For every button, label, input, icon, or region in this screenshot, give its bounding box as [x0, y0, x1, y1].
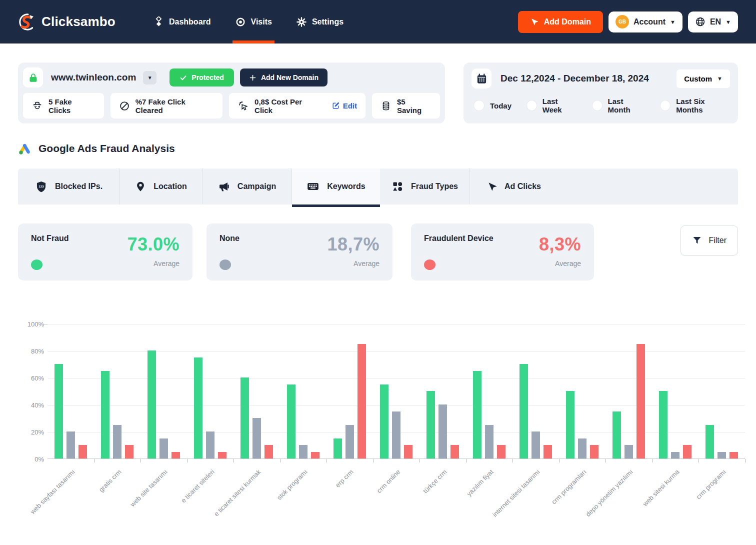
stat-label: %7 Fake Click Cleared: [136, 98, 214, 114]
shapes-icon: [392, 180, 404, 192]
lock-tile: [23, 68, 43, 88]
chevron-down-icon: ▼: [717, 76, 722, 82]
radio-last-six-months[interactable]: Last Six Months: [660, 97, 730, 114]
edit-cost-button[interactable]: Edit: [332, 102, 357, 110]
bar-group: [606, 324, 652, 458]
radio-today[interactable]: Today: [474, 100, 512, 111]
protected-button[interactable]: Protected: [170, 68, 234, 86]
summary-value: 73.0%: [127, 234, 180, 255]
tab-label: Ad Clicks: [504, 182, 541, 191]
bar-not-fraud: [194, 358, 202, 459]
bar-none: [206, 432, 214, 458]
x-axis-label: web sitesi kurma: [598, 468, 680, 545]
bar-group: [326, 324, 373, 458]
y-axis-notch: [44, 324, 48, 324]
green-dot-icon: [31, 260, 42, 270]
tab-label: Campaign: [238, 182, 276, 191]
x-axis-tick: [698, 459, 699, 462]
x-axis-label: e ticaret siteleri: [132, 468, 216, 545]
stat-label: 5 Fake Clicks: [48, 98, 96, 114]
radio-circle[interactable]: [474, 100, 484, 111]
add-new-domain-button[interactable]: Add New Domain: [240, 68, 328, 86]
map-pin-icon: [135, 181, 146, 192]
brand[interactable]: Clicksambo: [18, 0, 116, 44]
x-axis-label: internet sitesi tasarımı: [458, 468, 541, 545]
radio-circle[interactable]: [660, 100, 670, 111]
bar-group: [652, 324, 698, 458]
bar-group: [94, 324, 140, 458]
x-axis-tick: [280, 459, 280, 462]
x-axis-label: web sayfası tasarımı: [0, 468, 76, 545]
nav-item-settings[interactable]: Settings: [284, 0, 356, 44]
tab-location[interactable]: Location: [120, 168, 202, 204]
radio-label: Last Month: [608, 97, 646, 114]
summary-card-none: None 18,7% Average: [206, 224, 392, 280]
tab-label: Keywords: [327, 182, 365, 191]
radio-last-week[interactable]: Last Week: [526, 97, 577, 114]
account-menu[interactable]: GB Account ▼: [608, 12, 682, 32]
domain-dropdown-button[interactable]: ▼: [143, 71, 156, 84]
megaphone-icon: [218, 180, 230, 192]
bar-fraudulent-device: [358, 344, 366, 459]
cursor-arrow-icon: [486, 182, 497, 192]
tab-blocked-ips[interactable]: 123 Blocked IPs.: [18, 168, 120, 204]
summary-caption: Average: [555, 260, 581, 268]
tab-label: Fraud Types: [411, 182, 458, 191]
bar-fraudulent-device: [172, 452, 180, 459]
bar-group: [234, 324, 280, 458]
y-axis-tick-label: 40%: [31, 402, 44, 409]
filter-button[interactable]: Filter: [680, 226, 738, 256]
lock-icon: [28, 72, 38, 83]
radio-last-month[interactable]: Last Month: [592, 97, 646, 114]
edit-pencil-icon: [332, 102, 340, 110]
date-range-panel: Dec 12,2024 - December 18, 2024 Custom ▼…: [464, 62, 738, 124]
date-preset-dropdown[interactable]: Custom ▼: [676, 70, 730, 88]
bandit-icon: [32, 100, 43, 112]
x-axis-label: crm online: [318, 468, 402, 545]
bar-group: [373, 324, 420, 458]
bar-group: [48, 324, 94, 458]
tab-label: Blocked IPs.: [55, 182, 102, 191]
bar-fraudulent-device: [544, 445, 552, 458]
radio-circle[interactable]: [592, 100, 602, 111]
bar-not-fraud: [287, 384, 296, 459]
analysis-tabbar: 123 Blocked IPs. Location Campaign: [18, 168, 738, 204]
summary-card-not-fraud: Not Fraud 73.0% Average: [18, 224, 192, 280]
eye-icon: [235, 16, 246, 28]
add-domain-button[interactable]: Add Domain: [518, 11, 603, 33]
shield-123-icon: 123: [35, 180, 48, 193]
chart-y-axis: 100%80%60%40%20%0%: [20, 324, 44, 459]
tab-campaign[interactable]: Campaign: [202, 168, 292, 204]
bar-not-fraud: [101, 371, 110, 459]
summary-card-fraudulent-device: Fraudulent Device 8,3% Average: [411, 224, 594, 280]
language-menu[interactable]: EN ▼: [688, 12, 738, 32]
protected-label: Protected: [192, 74, 224, 82]
bar-none: [113, 425, 122, 459]
radio-circle[interactable]: [526, 100, 537, 111]
y-axis-tick-label: 100%: [28, 320, 44, 328]
nav-item-visits[interactable]: Visits: [223, 0, 284, 44]
bar-none: [160, 438, 168, 459]
tab-keywords[interactable]: Keywords: [292, 168, 380, 204]
stat-label: $5 Saving: [397, 98, 432, 114]
summary-label: Not Fraud: [31, 234, 69, 243]
gray-dot-icon: [220, 260, 231, 270]
cursor-icon: [530, 18, 539, 26]
tab-ad-clicks[interactable]: Ad Clicks: [470, 168, 558, 204]
add-domain-label: Add Domain: [544, 18, 591, 26]
x-axis-tick: [140, 459, 141, 462]
nav-item-dashboard[interactable]: Dashboard: [142, 0, 223, 44]
language-label: EN: [710, 18, 721, 26]
add-new-domain-label: Add New Domain: [261, 74, 318, 82]
red-dot-icon: [424, 260, 436, 270]
bar-fraudulent-device: [311, 452, 320, 459]
bar-not-fraud: [148, 350, 156, 458]
google-ads-icon: [18, 142, 32, 156]
radio-label: Today: [490, 102, 512, 110]
y-axis-tick-label: 0%: [34, 456, 44, 463]
x-axis-label: depo yönetim yazılımı: [551, 468, 634, 545]
clicksambo-logo-icon: [18, 12, 37, 32]
tab-fraud-types[interactable]: Fraud Types: [380, 168, 470, 204]
summary-caption: Average: [154, 260, 180, 268]
cost-per-click-stat: 0,8$ Cost Per Click Edit: [229, 93, 366, 118]
